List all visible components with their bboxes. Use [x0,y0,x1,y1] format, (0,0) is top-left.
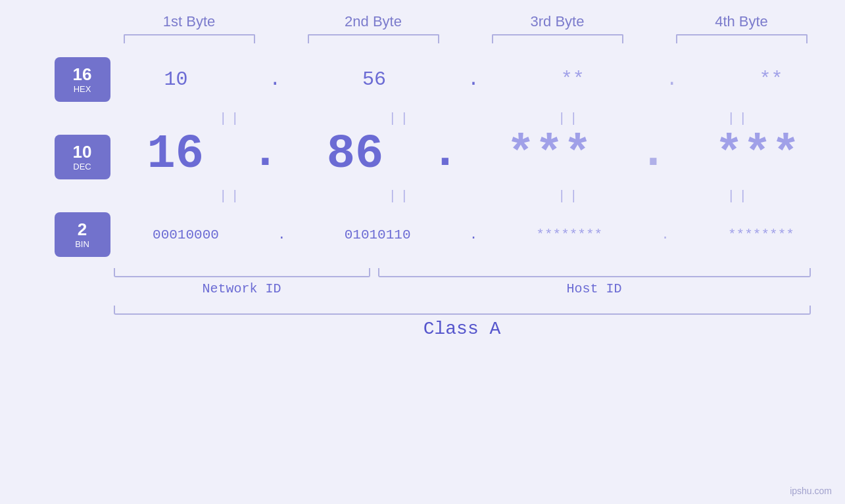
network-bracket [114,268,370,277]
hex-byte1: 10 [164,68,187,91]
bin-number: 2 [78,220,87,239]
bin-values: 00010000 . 01010110 . ******** . *******… [110,227,824,242]
bin-dot-3: . [661,227,669,242]
dec-dot-3: . [639,129,667,181]
hex-number: 16 [73,65,92,84]
eq-1-2: || [322,111,479,126]
bin-dot-2: . [470,227,478,242]
host-id-text: Host ID [566,281,621,296]
dec-values: 16 . 86 . *** . *** [110,127,824,187]
bin-row: 2 BIN 00010000 . 01010110 . ******** . *… [35,205,824,264]
byte-3-bracket [492,34,623,43]
hex-row: 16 HEX 10 . 56 . ** . ** [35,50,824,109]
byte-2-header: 2nd Byte [295,13,452,43]
byte-4-header: 4th Byte [663,13,821,43]
bin-byte3: ******** [536,227,602,242]
byte-2-bracket [308,34,439,43]
bin-byte2: 01010110 [345,227,411,242]
main-container: 1st Byte 2nd Byte 3rd Byte 4th Byte 16 H… [0,0,845,504]
byte-4-label: 4th Byte [715,13,768,30]
dec-dot-1: . [251,129,279,181]
eq-2-1: || [152,189,310,204]
bin-base: BIN [75,239,89,249]
byte-4-bracket [676,34,808,43]
bin-byte4: ******** [728,227,794,242]
dec-byte4: *** [715,127,800,181]
class-bracket [114,306,811,315]
dec-byte3: *** [506,127,592,181]
eq-2-4: || [660,189,818,204]
byte-headers-row: 1st Byte 2nd Byte 3rd Byte 4th Byte [110,13,821,43]
class-label-row: Class A [114,319,811,339]
eq-1-3: || [491,111,648,126]
hex-dot-3: . [666,68,678,91]
bin-dot-1: . [278,227,286,242]
eq-1-1: || [152,111,310,126]
byte-3-label: 3rd Byte [531,13,585,30]
bin-byte1: 00010000 [153,227,219,242]
eq-2-3: || [491,189,648,204]
hex-dot-1: . [269,68,281,91]
hex-values: 10 . 56 . ** . ** [110,68,824,91]
eq-1-4: || [660,111,818,126]
dec-dot-2: . [431,129,459,181]
byte-1-label: 1st Byte [163,13,215,30]
byte-1-bracket [124,34,255,43]
network-id-text: Network ID [202,281,281,296]
dec-base: DEC [73,162,91,172]
hex-byte3: ** [561,68,585,91]
host-id-label: Host ID [378,281,811,296]
rows-container: 16 HEX 10 . 56 . ** . ** || || || || 10 [35,43,824,339]
dec-byte1: 16 [147,127,203,181]
sep-row-2: || || || || [133,187,824,205]
dec-label-box: 10 DEC [55,135,110,179]
hex-byte2: 56 [362,68,386,91]
network-id-label: Network ID [114,281,370,296]
sep-row-1: || || || || [133,109,824,127]
dec-number: 10 [73,143,92,162]
hex-label-box: 16 HEX [55,57,110,102]
byte-1-header: 1st Byte [110,13,268,43]
dec-byte2: 86 [327,127,383,181]
hex-base: HEX [74,84,91,94]
hex-dot-2: . [468,68,479,91]
dec-row: 10 DEC 16 . 86 . *** . *** [35,127,824,187]
watermark: ipshu.com [790,486,832,496]
class-a-label: Class A [423,319,501,339]
bin-label-box: 2 BIN [55,212,110,257]
hex-byte4: ** [759,68,783,91]
byte-2-label: 2nd Byte [345,13,402,30]
byte-3-header: 3rd Byte [479,13,637,43]
eq-2-2: || [322,189,479,204]
host-bracket [378,268,811,277]
